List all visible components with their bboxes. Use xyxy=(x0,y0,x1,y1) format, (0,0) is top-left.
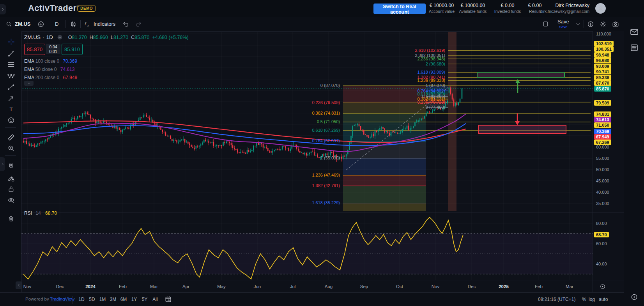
ohlc-value: 85.960 xyxy=(93,35,108,40)
svg-text:2.236 (98.948): 2.236 (98.948) xyxy=(417,57,445,61)
rsi-legend[interactable]: RSI 14 68.70 xyxy=(24,210,57,216)
svg-text:0 (87.070): 0 (87.070) xyxy=(320,83,340,88)
svg-text:2.618 (102.619): 2.618 (102.619) xyxy=(415,48,445,53)
ema-legend-row[interactable]: EMA 200 close 0 67.949 xyxy=(24,75,77,80)
ohlc-value: 85.870 xyxy=(134,35,149,40)
symbol-title-row[interactable]: ZM.US · 1D O81.370H85.960L81.270C85.870+… xyxy=(24,34,189,40)
rsi-name: RSI xyxy=(24,210,32,216)
ohlc-value: 81.370 xyxy=(72,35,87,40)
svg-text:1.236 (47.469): 1.236 (47.469) xyxy=(312,173,340,177)
chart-legend: ZM.US · 1D O81.370H85.960L81.270C85.870+… xyxy=(24,34,189,40)
collapse-pane-button[interactable] xyxy=(24,81,34,86)
svg-text:2 (96.680): 2 (96.680) xyxy=(426,62,445,66)
svg-text:1.618 (35.229): 1.618 (35.229) xyxy=(312,200,340,205)
svg-text:0 (77.460): 0 (77.460) xyxy=(426,105,445,110)
spread-top: 0.04 xyxy=(49,44,57,49)
chevron-left-icon xyxy=(17,283,21,287)
rsi-period: 14 xyxy=(35,210,41,216)
chevron-right-icon xyxy=(1,162,5,166)
legend-symbol: ZM.US xyxy=(24,34,41,40)
chevron-up-icon xyxy=(27,81,31,85)
axis-settings-icon[interactable] xyxy=(600,283,606,290)
ema-legend-row[interactable]: EMA 100 close 0 70.369 xyxy=(24,58,77,64)
buy-button[interactable]: 85.910 xyxy=(62,44,83,55)
price-chart[interactable]: 0 (87.070)0.236 (79.509)0.382 (74.831)0.… xyxy=(0,0,644,306)
expand-watchlist-button[interactable] xyxy=(0,157,5,171)
spread-box: 0.04 0.01 xyxy=(46,44,60,54)
ema-legend-row[interactable]: EMA 50 close 0 74.613 xyxy=(24,67,74,72)
svg-text:1.618 (93.009): 1.618 (93.009) xyxy=(417,70,445,74)
ohlc-key: C xyxy=(131,35,134,40)
svg-text:0.236 (79.728): 0.236 (79.728) xyxy=(417,100,445,104)
ohlc-key: O xyxy=(68,35,72,40)
svg-text:1.236 (89.338): 1.236 (89.338) xyxy=(417,78,445,83)
rsi-value: 68.70 xyxy=(45,210,57,216)
sell-button[interactable]: 85.870 xyxy=(24,44,45,55)
legend-interval: 1D xyxy=(46,34,53,40)
spread-bottom: 0.01 xyxy=(49,49,57,54)
activtrader-window: 0 (87.070)0.236 (79.509)0.382 (74.831)0.… xyxy=(0,0,644,306)
collapse-legend-icon[interactable] xyxy=(57,34,63,40)
separator-dot: · xyxy=(42,34,44,40)
collapse-toolbar-button[interactable] xyxy=(16,281,22,289)
svg-text:0.5 (71.050): 0.5 (71.050) xyxy=(317,119,340,124)
svg-text:0.764 (62.591): 0.764 (62.591) xyxy=(312,138,340,143)
ohlc-value: 81.270 xyxy=(113,35,128,40)
ohlc-values: O81.370H85.960L81.270C85.870+4.680 (+5.7… xyxy=(68,35,189,40)
change-value: +4.680 (+5.76%) xyxy=(152,35,188,40)
ohlc-key: H xyxy=(90,35,93,40)
svg-text:0.382 (74.831): 0.382 (74.831) xyxy=(312,111,340,115)
ohlc-key: L xyxy=(111,35,113,40)
svg-text:1.382 (42.791): 1.382 (42.791) xyxy=(312,183,340,188)
svg-text:0.618 (67.269): 0.618 (67.269) xyxy=(312,128,340,133)
svg-text:0.236 (79.509): 0.236 (79.509) xyxy=(312,100,340,105)
svg-text:1 (55.030): 1 (55.030) xyxy=(320,156,340,160)
svg-text:1 (87.070): 1 (87.070) xyxy=(426,83,445,88)
